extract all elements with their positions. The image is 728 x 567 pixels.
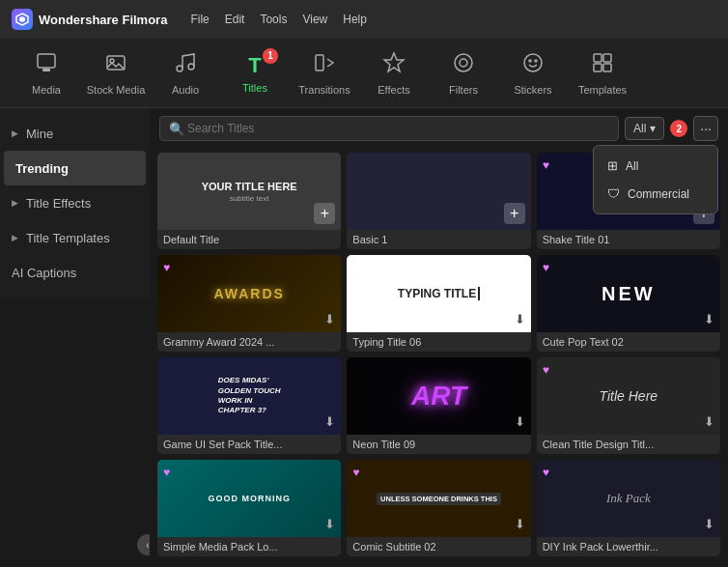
stickers-icon [521, 51, 545, 80]
menu-tools[interactable]: Tools [260, 13, 287, 26]
media-icon [35, 51, 58, 80]
sidebar-title-templates-label: Title Templates [26, 231, 110, 245]
effects-icon [382, 51, 406, 80]
thumb-game-ui: DOES MIDAS'GOLDEN TOUCHWORK INCHAPTER 3?… [157, 357, 341, 435]
thumb-clean-title: ♥ Title Here ⬇ [537, 357, 720, 435]
toolbar-item-templates[interactable]: Templates [572, 44, 633, 102]
search-bar: 🔍 All ▾ 2 ··· ⊞ All 🛡 Commercial [150, 108, 728, 149]
cute-label: Cute Pop Text 02 [537, 332, 720, 352]
sidebar-item-title-templates[interactable]: ▶ Title Templates [0, 220, 150, 255]
sidebar-item-title-effects[interactable]: ▶ Title Effects [0, 185, 150, 220]
comic-label: Comic Subtitle 02 [347, 537, 530, 556]
svg-point-14 [535, 60, 537, 62]
diy-premium-badge: ♥ [543, 466, 549, 479]
svg-marker-1 [19, 16, 25, 22]
titles-icon: T [248, 53, 261, 78]
cute-download-btn[interactable]: ⬇ [704, 312, 714, 326]
add-basic-1-button[interactable]: + [504, 203, 525, 224]
grammy-download-btn[interactable]: ⬇ [324, 312, 335, 326]
toolbar-item-media[interactable]: Media [15, 44, 77, 102]
thumb-comic-subtitle: ♥ UNLESS SOMEONE DRINKS THIS ⬇ [347, 460, 530, 537]
card-default-title[interactable]: YOUR TITLE HERE subtitle text + Default … [157, 153, 341, 249]
audio-icon [174, 51, 197, 80]
simple-premium-badge: ♥ [163, 466, 170, 479]
basic-1-label: Basic 1 [347, 230, 530, 249]
more-options-button[interactable]: ··· [693, 116, 718, 141]
neon-download-btn[interactable]: ⬇ [515, 414, 525, 429]
card-clean-title[interactable]: ♥ Title Here ⬇ Clean Title Design Titl..… [537, 357, 720, 454]
sidebar-item-trending[interactable]: Trending [4, 151, 146, 185]
toolbar-item-stock-media[interactable]: Stock Media [85, 44, 147, 102]
simple-download-btn[interactable]: ⬇ [324, 517, 335, 531]
clean-premium-badge: ♥ [543, 363, 549, 377]
titles-label: Titles [242, 82, 267, 94]
sidebar-item-mine[interactable]: ▶ Mine [0, 116, 150, 151]
commercial-icon: 🛡 [607, 186, 620, 201]
sidebar-mine-label: Mine [26, 127, 53, 141]
app-logo: Wondershare Filmora [12, 9, 167, 30]
titles-badge: 1 [263, 48, 278, 64]
thumb-default-title: YOUR TITLE HERE subtitle text + [157, 153, 341, 230]
menu-view[interactable]: View [302, 13, 327, 26]
card-simple-media[interactable]: ♥ GOOD MORNING ⬇ Simple Media Pack Lo... [157, 460, 341, 556]
comic-download-btn[interactable]: ⬇ [515, 517, 525, 531]
add-default-title-button[interactable]: + [314, 203, 335, 224]
sidebar-title-effects-label: Title Effects [26, 196, 91, 211]
game-download-btn[interactable]: ⬇ [324, 414, 335, 429]
comic-premium-badge: ♥ [352, 466, 359, 479]
dropdown-item-commercial[interactable]: 🛡 Commercial [594, 180, 717, 208]
card-cute-pop[interactable]: ♥ NEW ⬇ Cute Pop Text 02 [537, 255, 720, 352]
card-comic-subtitle[interactable]: ♥ UNLESS SOMEONE DRINKS THIS ⬇ Comic Sub… [347, 460, 530, 556]
search-input[interactable] [159, 116, 619, 141]
audio-label: Audio [172, 84, 199, 96]
title-templates-arrow: ▶ [12, 233, 18, 242]
svg-point-12 [524, 54, 542, 71]
card-grammy-award[interactable]: ♥ AWARDS ⬇ Grammy Award 2024 ... [157, 255, 341, 352]
title-effects-arrow: ▶ [12, 198, 18, 208]
thumb-grammy: ♥ AWARDS ⬇ [157, 255, 341, 332]
toolbar-item-audio[interactable]: Audio [154, 44, 216, 102]
effects-label: Effects [378, 84, 409, 96]
all-icon: ⊞ [607, 158, 618, 173]
clean-label: Clean Title Design Titl... [537, 435, 720, 454]
clean-download-btn[interactable]: ⬇ [704, 414, 714, 429]
transitions-icon [313, 51, 336, 80]
filter-label: All [633, 122, 646, 135]
menu-help[interactable]: Help [343, 13, 367, 26]
shake-title-label: Shake Title 01 [537, 230, 720, 249]
templates-label: Templates [578, 84, 627, 96]
thumb-neon-title: ART ⬇ [347, 357, 530, 435]
grammy-label: Grammy Award 2024 ... [157, 332, 341, 352]
diy-download-btn[interactable]: ⬇ [704, 517, 714, 531]
toolbar-item-transitions[interactable]: Transitions [294, 44, 355, 102]
sidebar-item-ai-captions[interactable]: AI Captions [0, 255, 150, 290]
content-area: 🔍 All ▾ 2 ··· ⊞ All 🛡 Commercial [150, 108, 728, 567]
menu-edit[interactable]: Edit [225, 13, 245, 26]
toolbar-item-effects[interactable]: Effects [363, 44, 425, 102]
card-neon-title[interactable]: ART ⬇ Neon Title 09 [347, 357, 530, 454]
svg-point-7 [188, 64, 194, 70]
mine-arrow: ▶ [12, 128, 18, 138]
card-basic-1[interactable]: + Basic 1 [347, 153, 530, 249]
toolbar-item-filters[interactable]: Filters [433, 44, 494, 102]
menu-file[interactable]: File [190, 13, 209, 26]
card-diy-ink[interactable]: ♥ Ink Pack ⬇ DIY Ink Pack Lowerthir... [537, 460, 720, 556]
stock-media-icon [104, 51, 127, 80]
simple-label: Simple Media Pack Lo... [157, 537, 341, 556]
filter-badge: 2 [670, 120, 687, 137]
chevron-down-icon: ▾ [650, 122, 656, 135]
card-typing-title[interactable]: TYPING TITLE ⬇ Typing Title 06 [347, 255, 530, 352]
cute-premium-badge: ♥ [543, 261, 549, 274]
typing-download-btn[interactable]: ⬇ [515, 312, 525, 326]
filters-icon [452, 51, 475, 80]
filter-button[interactable]: All ▾ [625, 117, 664, 140]
dropdown-item-all[interactable]: ⊞ All [594, 152, 717, 180]
toolbar-item-stickers[interactable]: Stickers [502, 44, 564, 102]
svg-rect-18 [603, 64, 611, 71]
toolbar-item-titles[interactable]: 1 T Titles [224, 44, 286, 102]
card-game-ui[interactable]: DOES MIDAS'GOLDEN TOUCHWORK INCHAPTER 3?… [157, 357, 341, 454]
svg-rect-8 [316, 55, 323, 71]
shake-premium-badge: ♥ [543, 158, 549, 172]
sidebar-ai-captions-label: AI Captions [12, 266, 76, 280]
sidebar-wrap: ▶ Mine Trending ▶ Title Effects ▶ Title … [0, 108, 150, 567]
